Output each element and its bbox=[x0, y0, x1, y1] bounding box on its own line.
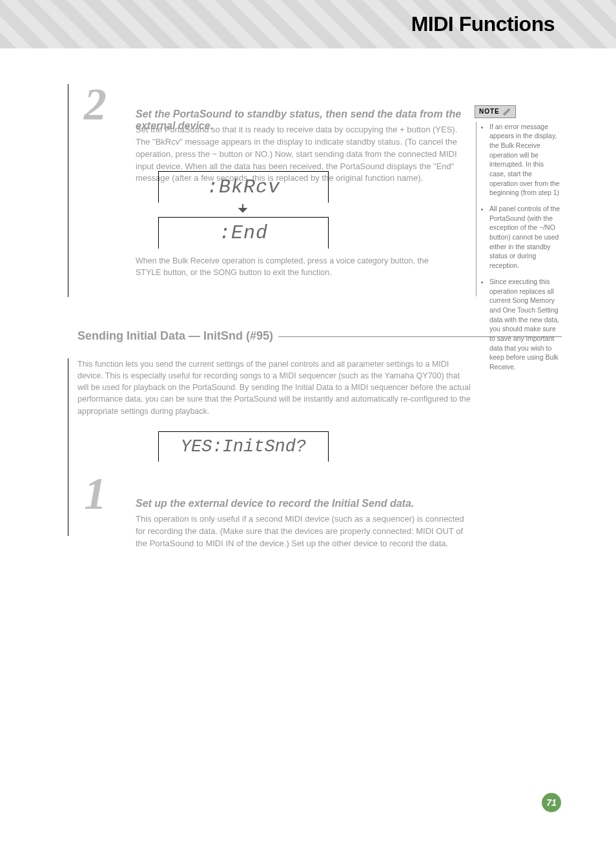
initsnd-intro: This function lets you send the current … bbox=[77, 358, 471, 417]
lcd-group-initsnd: YES:InitSnd? bbox=[158, 431, 329, 462]
note-item-3: Since executing this operation replaces … bbox=[489, 277, 562, 372]
page-number-badge: 71 bbox=[542, 793, 561, 812]
header-title: MIDI Functions bbox=[411, 12, 555, 36]
note-tag-label: NOTE bbox=[479, 108, 500, 115]
pencil-icon bbox=[502, 107, 511, 116]
lcd-arrow-icon bbox=[158, 203, 327, 217]
lcd-bkrcv: :BkRcv bbox=[158, 171, 329, 203]
note-rule: If an error message appears in the displ… bbox=[476, 122, 562, 296]
note-sidebar: NOTE If an error message appears in the … bbox=[475, 105, 562, 296]
step-2-post-text: When the Bulk Receive operation is compl… bbox=[136, 255, 452, 278]
section-underline bbox=[278, 336, 562, 337]
step-number-1: 1 bbox=[84, 468, 107, 520]
page-number: 71 bbox=[546, 797, 557, 808]
note-tag: NOTE bbox=[475, 105, 516, 118]
left-rule-initsnd bbox=[68, 358, 68, 536]
lcd-initsnd: YES:InitSnd? bbox=[158, 431, 329, 462]
note-item-1: If an error message appears in the displ… bbox=[489, 122, 562, 198]
lcd-group-step2: :BkRcv :End bbox=[158, 171, 329, 249]
step-number-2: 2 bbox=[84, 79, 107, 130]
section-initsnd-row: Sending Initial Data — InitSnd (#95) bbox=[77, 329, 562, 343]
page-header: MIDI Functions bbox=[0, 0, 616, 48]
step-1-body: This operation is only useful if a secon… bbox=[136, 513, 471, 550]
note-item-2: All panel controls of the PortaSound (wi… bbox=[489, 204, 562, 271]
left-rule-step2 bbox=[68, 84, 68, 297]
lcd-end: :End bbox=[158, 217, 329, 249]
section-initsnd-title: Sending Initial Data — InitSnd (#95) bbox=[77, 329, 273, 343]
step-1-label: Set up the external device to record the… bbox=[136, 498, 414, 509]
